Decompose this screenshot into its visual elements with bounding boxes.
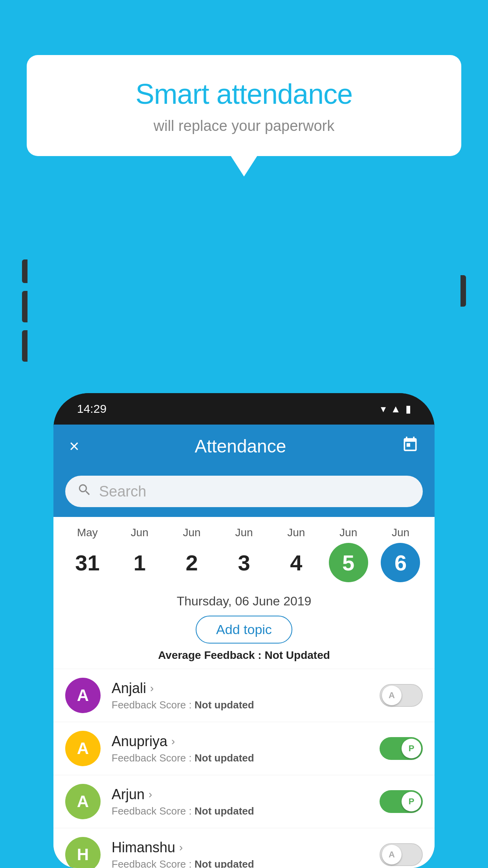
toggle-anjali[interactable]: A xyxy=(380,684,423,707)
toggle-himanshu[interactable]: A xyxy=(380,843,423,866)
cal-day-6[interactable]: Jun 6 xyxy=(377,526,424,582)
date-section: Thursday, 06 June 2019 Add topic Average… xyxy=(53,586,435,669)
power-button xyxy=(460,275,466,307)
student-name-arjun: Arjun › xyxy=(112,786,380,803)
chevron-icon: › xyxy=(171,735,175,748)
close-button[interactable]: × xyxy=(69,436,79,456)
avatar-anjali: A xyxy=(65,678,101,713)
feedback-himanshu: Feedback Score : Not updated xyxy=(112,858,380,868)
student-info-anjali: Anjali › Feedback Score : Not updated xyxy=(112,680,380,711)
toggle-arjun[interactable]: P xyxy=(380,790,423,813)
search-icon xyxy=(77,482,92,501)
add-topic-button[interactable]: Add topic xyxy=(196,616,292,644)
chevron-icon: › xyxy=(149,788,152,801)
battery-icon: ▮ xyxy=(405,403,411,415)
status-icons: ▾ ▲ ▮ xyxy=(381,403,411,415)
avg-feedback: Average Feedback : Not Updated xyxy=(53,649,435,662)
feedback-arjun: Feedback Score : Not updated xyxy=(112,805,380,817)
cal-day-2[interactable]: Jun 2 xyxy=(168,526,215,582)
search-placeholder: Search xyxy=(99,483,146,500)
student-item-arjun[interactable]: A Arjun › Feedback Score : Not updated P xyxy=(53,775,435,828)
phone-body: 14:29 ▾ ▲ ▮ × Attendance xyxy=(53,393,435,868)
app-header: × Attendance xyxy=(53,425,435,468)
avatar-anupriya: A xyxy=(65,731,101,766)
feedback-anupriya: Feedback Score : Not updated xyxy=(112,752,380,764)
speech-bubble: Smart attendance will replace your paper… xyxy=(27,55,461,156)
volume-up-button xyxy=(22,259,28,283)
header-title: Attendance xyxy=(194,436,286,457)
bubble-title: Smart attendance xyxy=(50,79,438,110)
chevron-icon: › xyxy=(179,841,183,854)
student-name-anupriya: Anupriya › xyxy=(112,733,380,750)
phone-notch xyxy=(228,393,260,405)
status-time: 14:29 xyxy=(77,402,106,416)
phone-mockup: 14:29 ▾ ▲ ▮ × Attendance xyxy=(27,197,461,868)
cal-day-3[interactable]: Jun 3 xyxy=(220,526,268,582)
chevron-icon: › xyxy=(150,682,154,695)
wifi-icon: ▾ xyxy=(381,403,386,415)
speech-bubble-container: Smart attendance will replace your paper… xyxy=(27,55,461,156)
calendar-icon[interactable] xyxy=(402,436,419,457)
cal-day-5[interactable]: Jun 5 xyxy=(325,526,372,582)
student-info-anupriya: Anupriya › Feedback Score : Not updated xyxy=(112,733,380,764)
student-item-himanshu[interactable]: H Himanshu › Feedback Score : Not update… xyxy=(53,828,435,868)
student-info-arjun: Arjun › Feedback Score : Not updated xyxy=(112,786,380,817)
cal-day-4[interactable]: Jun 4 xyxy=(273,526,320,582)
student-item-anupriya[interactable]: A Anupriya › Feedback Score : Not update… xyxy=(53,722,435,775)
cal-day-1[interactable]: Jun 1 xyxy=(116,526,163,582)
search-bar[interactable]: Search xyxy=(65,476,423,507)
student-item-anjali[interactable]: A Anjali › Feedback Score : Not updated … xyxy=(53,669,435,722)
side-button xyxy=(22,330,28,362)
student-info-himanshu: Himanshu › Feedback Score : Not updated xyxy=(112,839,380,868)
student-name-himanshu: Himanshu › xyxy=(112,839,380,856)
search-bar-container: Search xyxy=(53,468,435,517)
toggle-anupriya[interactable]: P xyxy=(380,737,423,760)
volume-down-button xyxy=(22,291,28,322)
calendar-strip: May 31 Jun 1 Jun 2 Jun 3 Jun 4 xyxy=(53,517,435,586)
avatar-himanshu: H xyxy=(65,837,101,868)
cal-day-0[interactable]: May 31 xyxy=(64,526,111,582)
signal-icon: ▲ xyxy=(391,403,401,415)
date-display: Thursday, 06 June 2019 xyxy=(53,594,435,609)
feedback-anjali: Feedback Score : Not updated xyxy=(112,699,380,711)
student-name-anjali: Anjali › xyxy=(112,680,380,697)
bubble-subtitle: will replace your paperwork xyxy=(50,118,438,134)
app-content: Search May 31 Jun 1 Jun 2 Jun xyxy=(53,468,435,868)
avatar-arjun: A xyxy=(65,784,101,819)
student-list: A Anjali › Feedback Score : Not updated … xyxy=(53,669,435,868)
